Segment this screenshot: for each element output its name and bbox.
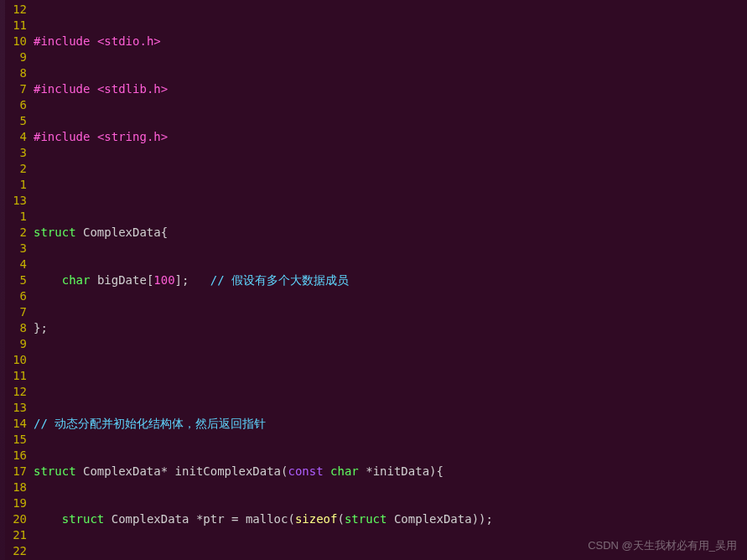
- code-text: };: [34, 321, 48, 334]
- code-line[interactable]: // 动态分配并初始化结构体，然后返回指针: [34, 416, 747, 432]
- type-keyword: char: [330, 464, 359, 478]
- function-name: initComplexData(: [175, 464, 288, 478]
- code-line[interactable]: #include <stdlib.h>: [34, 81, 747, 97]
- code-line[interactable]: [34, 368, 747, 384]
- type-keyword: struct: [34, 464, 76, 478]
- editor-left-strip: [0, 0, 5, 560]
- identifier: ComplexData*: [83, 464, 168, 478]
- type-keyword: struct: [34, 226, 76, 239]
- watermark-text: CSDN @天生我材必有用_吴用: [588, 537, 737, 553]
- code-text: *initData){: [366, 464, 444, 478]
- comment: // 假设有多个大数据成员: [210, 273, 349, 287]
- type-keyword: struct: [345, 512, 387, 526]
- preproc-keyword: #include: [34, 34, 90, 48]
- preproc-keyword: #include: [34, 82, 90, 96]
- sizeof-keyword: sizeof: [295, 512, 338, 526]
- code-editor[interactable]: 12 11 10 9 8 7 6 5 4 3 2 1 13 1 2 3 4 5 …: [0, 0, 747, 560]
- const-keyword: const: [288, 464, 323, 478]
- type-keyword: char: [62, 273, 91, 287]
- code-text: (: [337, 512, 344, 526]
- line-number-gutter: 12 11 10 9 8 7 6 5 4 3 2 1 13 1 2 3 4 5 …: [0, 2, 34, 560]
- identifier: ComplexData{: [83, 226, 168, 239]
- header-name: <stdlib.h>: [97, 82, 168, 96]
- code-line[interactable]: };: [34, 320, 747, 336]
- type-keyword: struct: [62, 512, 105, 526]
- code-line[interactable]: struct ComplexData{: [34, 225, 747, 241]
- code-line[interactable]: #include <stdio.h>: [34, 34, 747, 49]
- number-literal: 100: [153, 273, 174, 287]
- code-content[interactable]: #include <stdio.h> #include <stdlib.h> #…: [34, 2, 747, 560]
- identifier: bigDate[: [97, 273, 153, 287]
- preproc-keyword: #include: [34, 130, 90, 143]
- comment: // 动态分配并初始化结构体，然后返回指针: [34, 417, 266, 430]
- code-text: ComplexData));: [386, 512, 492, 526]
- header-name: <stdio.h>: [97, 34, 161, 48]
- code-text: ];: [175, 273, 189, 287]
- code-line[interactable]: struct ComplexData *ptr = malloc(sizeof(…: [34, 511, 747, 527]
- code-line[interactable]: [34, 177, 747, 193]
- code-line[interactable]: struct ComplexData* initComplexData(cons…: [34, 464, 747, 480]
- code-line[interactable]: char bigDate[100]; // 假设有多个大数据成员: [34, 272, 747, 288]
- identifier: ComplexData *ptr = malloc(: [112, 512, 295, 526]
- header-name: <string.h>: [97, 130, 168, 143]
- code-line[interactable]: #include <string.h>: [34, 129, 747, 145]
